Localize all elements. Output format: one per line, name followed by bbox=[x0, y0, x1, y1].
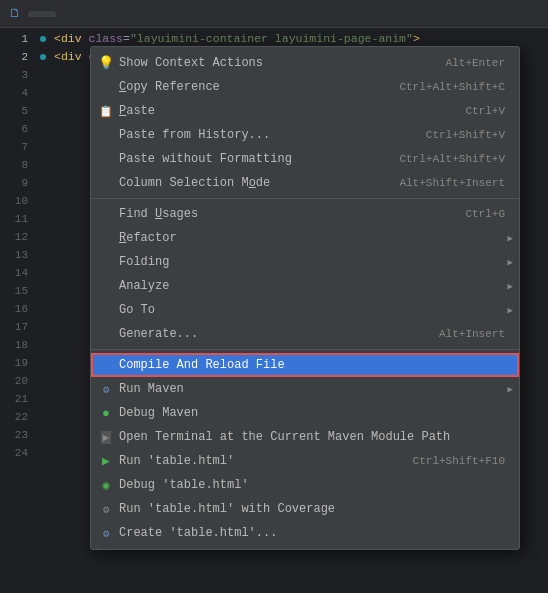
gutter-dot-14 bbox=[36, 264, 50, 282]
menu-item-debug-table-html[interactable]: ◉Debug 'table.html' bbox=[91, 473, 519, 497]
gutter-dot-8 bbox=[36, 156, 50, 174]
menu-item-run-table-html[interactable]: ▶Run 'table.html'Ctrl+Shift+F10 bbox=[91, 449, 519, 473]
menu-label-copy-reference: Copy Reference bbox=[119, 80, 220, 94]
line-number-15: 15 bbox=[0, 282, 28, 300]
menu-icon-show-context-actions: 💡 bbox=[97, 55, 115, 71]
line-number-8: 8 bbox=[0, 156, 28, 174]
menu-label-paste-without-formatting: Paste without Formatting bbox=[119, 152, 292, 166]
line-number-4: 4 bbox=[0, 84, 28, 102]
line-number-7: 7 bbox=[0, 138, 28, 156]
menu-label-column-selection-mode: Column Selection Mode bbox=[119, 176, 270, 190]
gutter-dot-13 bbox=[36, 246, 50, 264]
line-number-2: 2 bbox=[0, 48, 28, 66]
menu-shortcut-copy-reference: Ctrl+Alt+Shift+C bbox=[399, 81, 505, 93]
gutter-dot-17 bbox=[36, 318, 50, 336]
gutter-dot-15 bbox=[36, 282, 50, 300]
gutter-dot-19 bbox=[36, 354, 50, 372]
line-number-11: 11 bbox=[0, 210, 28, 228]
line-number-17: 17 bbox=[0, 318, 28, 336]
menu-item-column-selection-mode[interactable]: Column Selection ModeAlt+Shift+Insert bbox=[91, 171, 519, 195]
line-number-24: 24 bbox=[0, 444, 28, 462]
gutter-dot-16 bbox=[36, 300, 50, 318]
menu-item-analyze[interactable]: Analyze bbox=[91, 274, 519, 298]
line-number-6: 6 bbox=[0, 120, 28, 138]
menu-shortcut-paste-without-formatting: Ctrl+Alt+Shift+V bbox=[399, 153, 505, 165]
menu-label-run-maven: Run Maven bbox=[119, 382, 184, 396]
editor-area: 123456789101112131415161718192021222324 … bbox=[0, 28, 548, 593]
gutter-dot-4 bbox=[36, 84, 50, 102]
menu-shortcut-paste: Ctrl+V bbox=[465, 105, 505, 117]
menu-item-compile-reload[interactable]: Compile And Reload File bbox=[91, 353, 519, 377]
menu-item-run-coverage[interactable]: ⚙Run 'table.html' with Coverage bbox=[91, 497, 519, 521]
menu-label-compile-reload: Compile And Reload File bbox=[119, 358, 285, 372]
gutter-dot-3 bbox=[36, 66, 50, 84]
file-icon: 🗋 bbox=[8, 7, 22, 21]
line-number-16: 16 bbox=[0, 300, 28, 318]
gutter-dot-12 bbox=[36, 228, 50, 246]
line-number-13: 13 bbox=[0, 246, 28, 264]
menu-item-show-context-actions[interactable]: 💡Show Context ActionsAlt+Enter bbox=[91, 51, 519, 75]
gutter-dot-18 bbox=[36, 336, 50, 354]
menu-label-find-usages: Find Usages bbox=[119, 207, 198, 221]
gutter-dot-24 bbox=[36, 444, 50, 462]
gutter-dot-2 bbox=[36, 48, 50, 66]
menu-icon-run-maven: ⚙ bbox=[97, 383, 115, 396]
line-number-20: 20 bbox=[0, 372, 28, 390]
menu-item-folding[interactable]: Folding bbox=[91, 250, 519, 274]
line-number-5: 5 bbox=[0, 102, 28, 120]
line-number-1: 1 bbox=[0, 30, 28, 48]
gutter-dot-20 bbox=[36, 372, 50, 390]
menu-label-go-to: Go To bbox=[119, 303, 155, 317]
menu-label-folding: Folding bbox=[119, 255, 169, 269]
menu-item-create-table-html[interactable]: ⚙Create 'table.html'... bbox=[91, 521, 519, 545]
menu-item-find-usages[interactable]: Find UsagesCtrl+G bbox=[91, 202, 519, 226]
menu-label-run-table-html: Run 'table.html' bbox=[119, 454, 234, 468]
menu-label-generate: Generate... bbox=[119, 327, 198, 341]
menu-label-refactor: Refactor bbox=[119, 231, 177, 245]
menu-label-paste-from-history: Paste from History... bbox=[119, 128, 270, 142]
menu-item-refactor[interactable]: Refactor bbox=[91, 226, 519, 250]
context-menu: 💡Show Context ActionsAlt+EnterCopy Refer… bbox=[90, 46, 520, 550]
menu-shortcut-show-context-actions: Alt+Enter bbox=[446, 57, 505, 69]
menu-item-go-to[interactable]: Go To bbox=[91, 298, 519, 322]
menu-shortcut-find-usages: Ctrl+G bbox=[465, 208, 505, 220]
menu-icon-create-table-html: ⚙ bbox=[97, 527, 115, 540]
line-number-18: 18 bbox=[0, 336, 28, 354]
menu-label-create-table-html: Create 'table.html'... bbox=[119, 526, 277, 540]
line-number-14: 14 bbox=[0, 264, 28, 282]
menu-separator bbox=[91, 349, 519, 350]
menu-item-paste-from-history[interactable]: Paste from History...Ctrl+Shift+V bbox=[91, 123, 519, 147]
menu-item-open-terminal[interactable]: ▶Open Terminal at the Current Maven Modu… bbox=[91, 425, 519, 449]
menu-label-open-terminal: Open Terminal at the Current Maven Modul… bbox=[119, 430, 450, 444]
line-number-23: 23 bbox=[0, 426, 28, 444]
gutter bbox=[36, 28, 50, 593]
line-number-3: 3 bbox=[0, 66, 28, 84]
menu-icon-debug-maven: ● bbox=[97, 406, 115, 421]
gutter-dot-9 bbox=[36, 174, 50, 192]
gutter-dot-1 bbox=[36, 30, 50, 48]
menu-icon-run-table-html: ▶ bbox=[97, 453, 115, 469]
line-number-22: 22 bbox=[0, 408, 28, 426]
menu-shortcut-column-selection-mode: Alt+Shift+Insert bbox=[399, 177, 505, 189]
menu-item-debug-maven[interactable]: ●Debug Maven bbox=[91, 401, 519, 425]
gutter-dot-7 bbox=[36, 138, 50, 156]
menu-item-generate[interactable]: Generate...Alt+Insert bbox=[91, 322, 519, 346]
gutter-dot-10 bbox=[36, 192, 50, 210]
menu-shortcut-run-table-html: Ctrl+Shift+F10 bbox=[413, 455, 505, 467]
menu-label-run-coverage: Run 'table.html' with Coverage bbox=[119, 502, 335, 516]
menu-item-run-maven[interactable]: ⚙Run Maven bbox=[91, 377, 519, 401]
gutter-dot-21 bbox=[36, 390, 50, 408]
menu-item-copy-reference[interactable]: Copy ReferenceCtrl+Alt+Shift+C bbox=[91, 75, 519, 99]
menu-item-paste-without-formatting[interactable]: Paste without FormattingCtrl+Alt+Shift+V bbox=[91, 147, 519, 171]
title-bar: 🗋 bbox=[0, 0, 548, 28]
menu-item-paste[interactable]: 📋PasteCtrl+V bbox=[91, 99, 519, 123]
menu-shortcut-generate: Alt+Insert bbox=[439, 328, 505, 340]
gutter-dot-11 bbox=[36, 210, 50, 228]
line-numbers: 123456789101112131415161718192021222324 bbox=[0, 28, 36, 593]
line-number-10: 10 bbox=[0, 192, 28, 210]
menu-label-debug-table-html: Debug 'table.html' bbox=[119, 478, 249, 492]
menu-label-paste: Paste bbox=[119, 104, 155, 118]
editor-tab[interactable] bbox=[28, 11, 56, 17]
gutter-dot-23 bbox=[36, 426, 50, 444]
menu-icon-debug-table-html: ◉ bbox=[97, 478, 115, 493]
